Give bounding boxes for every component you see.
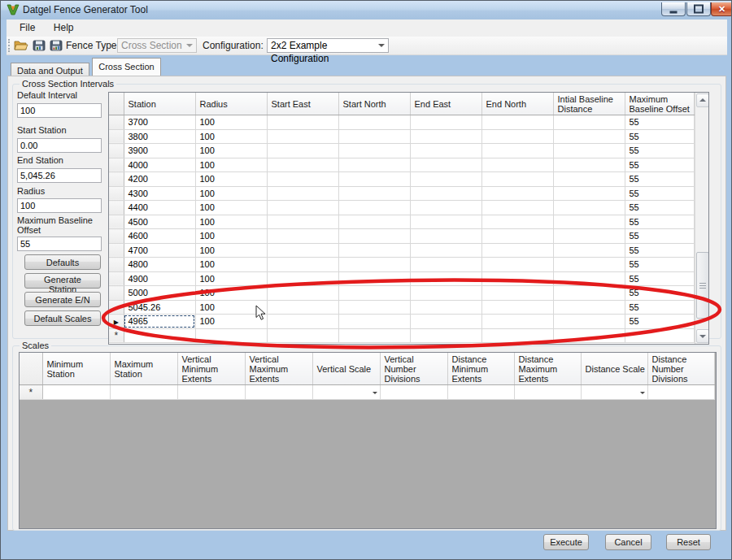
cell-start-north[interactable] bbox=[338, 300, 410, 315]
cell-station[interactable]: 4300 bbox=[124, 186, 195, 201]
cell-end-east[interactable] bbox=[410, 315, 481, 329]
cell-radius[interactable]: 100 bbox=[195, 172, 267, 187]
cell-end-north[interactable] bbox=[481, 201, 553, 215]
new-row-header[interactable]: * bbox=[109, 328, 124, 343]
menu-file[interactable]: File bbox=[12, 20, 42, 36]
menu-help[interactable]: Help bbox=[46, 20, 81, 36]
open-file-icon[interactable] bbox=[14, 38, 28, 53]
scales-column-header[interactable]: Minimum Station bbox=[42, 353, 110, 385]
fence-type-combo[interactable]: Cross Section bbox=[117, 38, 197, 53]
cell-max-baseline-offset[interactable]: 55 bbox=[625, 158, 694, 172]
cell-start-north[interactable] bbox=[338, 215, 410, 229]
cell-end-north[interactable] bbox=[481, 300, 553, 315]
cell-initial-baseline-distance[interactable] bbox=[553, 172, 625, 187]
cell-initial-baseline-distance[interactable] bbox=[553, 286, 625, 301]
scroll-down-button[interactable] bbox=[696, 329, 709, 343]
grid-column-header[interactable]: Start East bbox=[267, 93, 338, 115]
cell-start-east[interactable] bbox=[267, 229, 338, 244]
cell-end-north[interactable] bbox=[481, 229, 553, 244]
cell-initial-baseline-distance[interactable] bbox=[553, 271, 625, 286]
scales-column-header[interactable]: Maximum Station bbox=[110, 353, 177, 385]
cell-start-east[interactable] bbox=[267, 158, 338, 172]
cell-empty[interactable] bbox=[338, 328, 410, 343]
cell-end-east[interactable] bbox=[410, 172, 481, 187]
start-station-input[interactable] bbox=[17, 138, 102, 153]
cancel-button[interactable]: Cancel bbox=[605, 534, 651, 550]
cell-max-baseline-offset[interactable]: 55 bbox=[625, 129, 694, 144]
cell-station[interactable]: 4965 bbox=[124, 315, 195, 329]
cell-initial-baseline-distance[interactable] bbox=[553, 158, 625, 172]
cell-start-east[interactable] bbox=[267, 215, 338, 229]
cell-end-east[interactable] bbox=[410, 158, 481, 172]
row-header[interactable] bbox=[109, 286, 124, 301]
cell-end-north[interactable] bbox=[481, 315, 553, 329]
cell-start-north[interactable] bbox=[338, 158, 410, 172]
row-header[interactable] bbox=[109, 229, 124, 244]
cell-start-north[interactable] bbox=[338, 144, 410, 158]
scales-cell[interactable] bbox=[380, 385, 447, 400]
cell-max-baseline-offset[interactable]: 55 bbox=[625, 229, 694, 244]
row-header[interactable] bbox=[109, 300, 124, 315]
cell-start-north[interactable] bbox=[338, 186, 410, 201]
title-bar[interactable]: Datgel Fence Generator Tool ✕ bbox=[1, 1, 731, 20]
cell-empty[interactable] bbox=[553, 328, 625, 343]
scales-cell[interactable] bbox=[581, 385, 647, 400]
cell-start-north[interactable] bbox=[338, 286, 410, 301]
dropdown-arrow-icon[interactable] bbox=[369, 387, 380, 398]
scales-new-row-header[interactable]: * bbox=[20, 385, 42, 400]
cell-radius[interactable]: 100 bbox=[195, 286, 267, 301]
cell-start-east[interactable] bbox=[267, 315, 338, 329]
cell-radius[interactable]: 100 bbox=[195, 258, 267, 272]
default-interval-input[interactable] bbox=[17, 103, 102, 118]
cell-radius[interactable]: 100 bbox=[195, 315, 267, 329]
cell-end-east[interactable] bbox=[410, 243, 481, 258]
row-header[interactable] bbox=[109, 215, 124, 229]
end-station-input[interactable] bbox=[17, 168, 102, 183]
cell-start-north[interactable] bbox=[338, 172, 410, 187]
scales-column-header[interactable]: Vertical Scale bbox=[312, 353, 380, 385]
cell-radius[interactable]: 100 bbox=[195, 271, 267, 286]
cell-start-east[interactable] bbox=[267, 186, 338, 201]
scroll-up-button[interactable] bbox=[696, 93, 709, 107]
scales-column-header[interactable]: Distance Maximum Extents bbox=[514, 353, 581, 385]
cell-start-east[interactable] bbox=[267, 115, 338, 130]
grid-column-header[interactable]: Station bbox=[124, 93, 195, 115]
cell-station[interactable]: 4700 bbox=[124, 243, 195, 258]
cell-end-north[interactable] bbox=[481, 271, 553, 286]
cell-initial-baseline-distance[interactable] bbox=[553, 144, 625, 158]
cell-end-east[interactable] bbox=[410, 115, 481, 130]
cell-end-north[interactable] bbox=[481, 286, 553, 301]
generate-station-button[interactable]: Generate Station bbox=[24, 273, 101, 289]
radius-input[interactable] bbox=[17, 198, 102, 213]
scales-column-header[interactable]: Distance Scale bbox=[581, 353, 647, 385]
scrollbar-thumb[interactable] bbox=[696, 252, 709, 319]
save-report-icon[interactable] bbox=[49, 38, 63, 53]
cell-start-north[interactable] bbox=[338, 243, 410, 258]
cell-end-east[interactable] bbox=[410, 129, 481, 144]
cell-station[interactable]: 4000 bbox=[124, 158, 195, 172]
cell-initial-baseline-distance[interactable] bbox=[553, 258, 625, 272]
toolbar-grip[interactable] bbox=[8, 39, 12, 52]
cell-start-north[interactable] bbox=[338, 129, 410, 144]
generate-en-button[interactable]: Generate E/N bbox=[24, 292, 101, 307]
row-header[interactable] bbox=[109, 186, 124, 201]
default-scales-button[interactable]: Default Scales bbox=[24, 310, 101, 326]
cell-empty[interactable] bbox=[267, 328, 338, 343]
reset-button[interactable]: Reset bbox=[666, 534, 711, 550]
cell-start-east[interactable] bbox=[267, 129, 338, 144]
cell-radius[interactable]: 100 bbox=[195, 129, 267, 144]
cell-max-baseline-offset[interactable]: 55 bbox=[625, 172, 694, 187]
cell-end-north[interactable] bbox=[481, 144, 553, 158]
cell-end-north[interactable] bbox=[481, 158, 553, 172]
cell-start-east[interactable] bbox=[267, 144, 338, 158]
scales-grid-corner[interactable] bbox=[20, 353, 42, 385]
scales-column-header[interactable]: Distance Number Divisions bbox=[647, 353, 714, 385]
cell-station[interactable]: 5045.26 bbox=[124, 300, 195, 315]
cell-max-baseline-offset[interactable]: 55 bbox=[625, 215, 694, 229]
cell-radius[interactable]: 100 bbox=[195, 144, 267, 158]
row-header[interactable] bbox=[109, 144, 124, 158]
cell-max-baseline-offset[interactable]: 55 bbox=[625, 315, 694, 329]
cell-station[interactable]: 4600 bbox=[124, 229, 195, 244]
row-header[interactable] bbox=[109, 158, 124, 172]
execute-button[interactable]: Execute bbox=[543, 534, 589, 550]
